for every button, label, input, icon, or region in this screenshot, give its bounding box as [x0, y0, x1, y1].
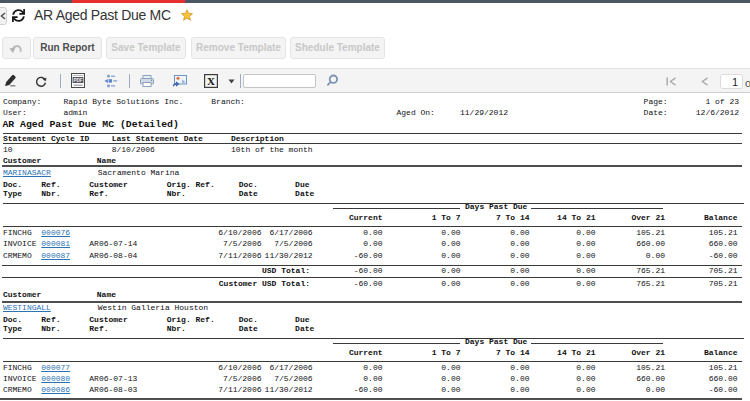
svg-text:PDF: PDF — [73, 78, 82, 83]
svg-text:X: X — [207, 75, 215, 87]
